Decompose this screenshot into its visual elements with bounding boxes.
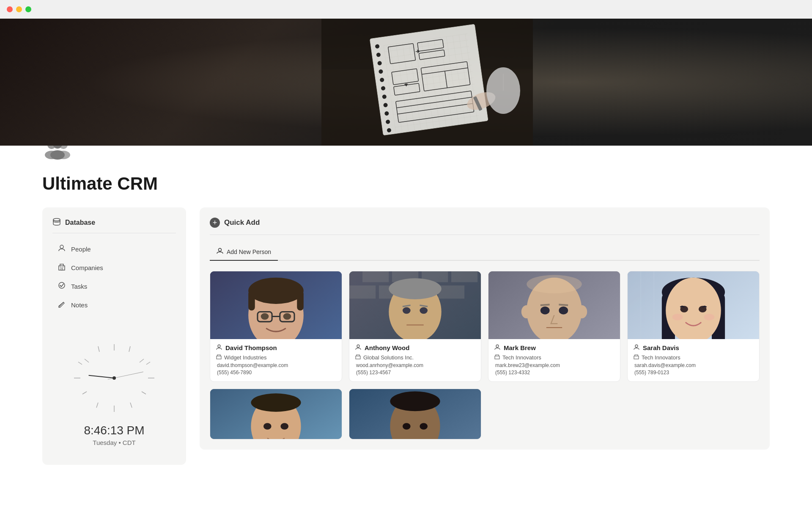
- tab-add-person-label: Add New Person: [227, 248, 271, 255]
- svg-point-105: [283, 313, 291, 320]
- svg-rect-145: [495, 356, 499, 359]
- svg-rect-99: [248, 291, 255, 311]
- svg-point-125: [403, 307, 411, 314]
- quick-add-header: + Quick Add: [210, 218, 760, 235]
- svg-point-104: [261, 313, 269, 320]
- card-person-icon-anthony: [355, 344, 361, 351]
- database-icon: [52, 218, 61, 228]
- card-email-mark: mark.brew23@example.com: [494, 362, 614, 368]
- quick-add-title: Quick Add: [224, 218, 260, 227]
- card-company-icon-anthony: [355, 354, 361, 361]
- svg-point-98: [248, 278, 304, 304]
- card-company-sarah: Tech Innovators: [634, 354, 753, 361]
- svg-point-168: [263, 423, 272, 430]
- svg-line-140: [559, 304, 568, 305]
- page-content: Ultimate CRM Database: [0, 137, 812, 465]
- card-photo-david: [210, 271, 342, 339]
- svg-point-177: [420, 423, 428, 430]
- card-company-icon-sarah: [634, 354, 639, 361]
- card-email-david: david.thompson@example.com: [216, 362, 336, 368]
- tasks-icon: [58, 282, 66, 291]
- maximize-button[interactable]: [25, 6, 31, 12]
- card-name-sarah: Sarah Davis: [634, 344, 753, 351]
- card-company-icon-mark: [494, 354, 500, 361]
- card-name-mark: Mark Brew: [494, 344, 614, 351]
- svg-point-169: [280, 423, 288, 430]
- person-card-6[interactable]: [349, 389, 481, 439]
- person-card-sarah-davis[interactable]: Sarah Davis Tech Innovators sarah: [627, 271, 760, 382]
- notes-icon: [58, 300, 66, 309]
- svg-point-66: [50, 150, 65, 160]
- sidebar-notes-label: Notes: [71, 301, 88, 309]
- hero-banner: [0, 19, 812, 146]
- svg-line-85: [82, 392, 87, 394]
- person-card-mark-brew[interactable]: Mark Brew Tech Innovators mark.br: [488, 271, 620, 382]
- hero-notebook-sketch: [321, 19, 533, 146]
- svg-point-159: [704, 314, 714, 320]
- svg-point-175: [390, 392, 440, 411]
- tab-person-icon: [217, 248, 223, 256]
- svg-line-86: [78, 362, 82, 364]
- svg-line-81: [146, 362, 150, 364]
- svg-point-167: [251, 393, 301, 412]
- svg-point-68: [60, 245, 63, 248]
- svg-point-142: [521, 305, 532, 318]
- svg-point-93: [219, 248, 222, 251]
- tab-add-new-person[interactable]: Add New Person: [210, 243, 278, 261]
- cards-grid: David Thompson Widget Industries: [210, 271, 760, 382]
- svg-line-88: [98, 346, 99, 352]
- card-phone-anthony: (555) 123-4567: [355, 370, 475, 375]
- card-name-anthony: Anthony Wood: [355, 344, 475, 351]
- svg-point-92: [112, 376, 116, 380]
- svg-point-176: [403, 423, 411, 430]
- companies-icon: [58, 263, 66, 272]
- card-phone-sarah: (555) 789-0123: [634, 370, 753, 375]
- svg-rect-120: [438, 285, 464, 298]
- card-phone-mark: (555) 123-4332: [494, 370, 614, 375]
- svg-point-144: [496, 345, 499, 348]
- svg-line-83: [130, 403, 132, 408]
- svg-rect-107: [217, 356, 221, 359]
- card-photo-anthony: [349, 271, 481, 339]
- card-company-david: Widget Industries: [216, 354, 336, 361]
- sidebar-people-label: People: [71, 246, 91, 253]
- sidebar-item-companies[interactable]: Companies: [52, 259, 176, 276]
- card-person-icon-sarah: [634, 344, 639, 351]
- svg-line-87: [85, 359, 89, 362]
- sidebar-item-tasks[interactable]: Tasks: [52, 277, 176, 295]
- person-card-david-thompson[interactable]: David Thompson Widget Industries: [210, 271, 342, 382]
- titlebar: [0, 0, 812, 19]
- sidebar-companies-label: Companies: [71, 264, 103, 271]
- svg-rect-131: [356, 356, 360, 359]
- card-photo-5: [210, 389, 342, 439]
- clock-date: Tuesday • CDT: [93, 439, 135, 446]
- svg-point-137: [540, 306, 550, 315]
- svg-line-90: [89, 375, 114, 378]
- page-title: Ultimate CRM: [42, 174, 770, 194]
- sidebar-item-people[interactable]: People: [52, 240, 176, 258]
- sidebar-item-notes[interactable]: Notes: [52, 296, 176, 314]
- sidebar-database-label: Database: [65, 219, 95, 226]
- svg-rect-100: [297, 291, 304, 311]
- card-phone-david: (555) 456-7890: [216, 370, 336, 375]
- svg-line-84: [96, 403, 98, 408]
- person-card-5[interactable]: [210, 389, 342, 439]
- card-photo-mark: [488, 271, 620, 339]
- svg-point-136: [527, 275, 582, 293]
- card-person-icon-mark: [494, 344, 500, 351]
- card-company-anthony: Global Solutions Inc.: [355, 354, 475, 361]
- svg-point-143: [576, 305, 587, 318]
- svg-rect-117: [349, 285, 376, 298]
- card-photo-sarah: [628, 271, 759, 339]
- close-button[interactable]: [7, 6, 13, 12]
- card-company-icon-david: [216, 354, 222, 361]
- svg-point-130: [357, 345, 359, 348]
- svg-point-158: [672, 314, 683, 320]
- svg-line-139: [540, 304, 550, 305]
- card-name-david: David Thompson: [216, 344, 336, 351]
- svg-rect-2: [370, 24, 488, 135]
- person-card-anthony-wood[interactable]: Anthony Wood Global Solutions Inc.: [349, 271, 481, 382]
- minimize-button[interactable]: [16, 6, 22, 12]
- sidebar-section-title: Database: [52, 218, 176, 233]
- card-info-mark: Mark Brew Tech Innovators mark.br: [488, 339, 620, 381]
